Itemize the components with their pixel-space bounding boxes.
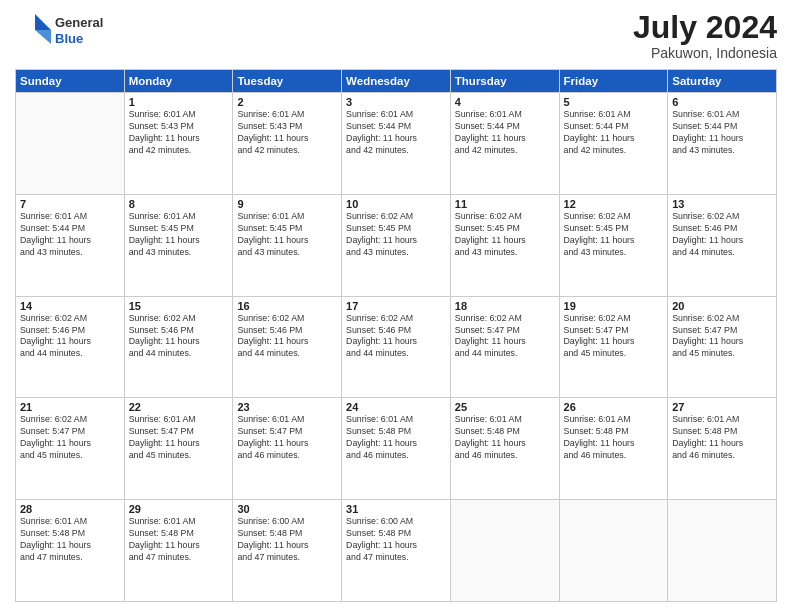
cell-info: Sunrise: 6:02 AMSunset: 5:46 PMDaylight:…	[129, 313, 229, 361]
calendar-cell: 23Sunrise: 6:01 AMSunset: 5:47 PMDayligh…	[233, 398, 342, 500]
month-year: July 2024	[633, 10, 777, 45]
day-number: 25	[455, 401, 555, 413]
calendar-week-row: 21Sunrise: 6:02 AMSunset: 5:47 PMDayligh…	[16, 398, 777, 500]
calendar-cell: 5Sunrise: 6:01 AMSunset: 5:44 PMDaylight…	[559, 93, 668, 195]
calendar-cell: 16Sunrise: 6:02 AMSunset: 5:46 PMDayligh…	[233, 296, 342, 398]
day-number: 5	[564, 96, 664, 108]
cell-info: Sunrise: 6:01 AMSunset: 5:47 PMDaylight:…	[237, 414, 337, 462]
calendar-cell	[668, 500, 777, 602]
calendar-cell: 9Sunrise: 6:01 AMSunset: 5:45 PMDaylight…	[233, 194, 342, 296]
day-number: 3	[346, 96, 446, 108]
cell-info: Sunrise: 6:02 AMSunset: 5:46 PMDaylight:…	[20, 313, 120, 361]
cell-info: Sunrise: 6:02 AMSunset: 5:46 PMDaylight:…	[237, 313, 337, 361]
day-number: 1	[129, 96, 229, 108]
calendar-cell: 1Sunrise: 6:01 AMSunset: 5:43 PMDaylight…	[124, 93, 233, 195]
day-number: 11	[455, 198, 555, 210]
calendar-cell: 21Sunrise: 6:02 AMSunset: 5:47 PMDayligh…	[16, 398, 125, 500]
day-number: 19	[564, 300, 664, 312]
calendar-cell: 6Sunrise: 6:01 AMSunset: 5:44 PMDaylight…	[668, 93, 777, 195]
col-sunday: Sunday	[16, 70, 125, 93]
cell-info: Sunrise: 6:01 AMSunset: 5:48 PMDaylight:…	[564, 414, 664, 462]
calendar-cell: 19Sunrise: 6:02 AMSunset: 5:47 PMDayligh…	[559, 296, 668, 398]
day-number: 14	[20, 300, 120, 312]
calendar-cell: 20Sunrise: 6:02 AMSunset: 5:47 PMDayligh…	[668, 296, 777, 398]
title-block: July 2024 Pakuwon, Indonesia	[633, 10, 777, 61]
calendar-cell: 11Sunrise: 6:02 AMSunset: 5:45 PMDayligh…	[450, 194, 559, 296]
cell-info: Sunrise: 6:01 AMSunset: 5:47 PMDaylight:…	[129, 414, 229, 462]
calendar-cell: 3Sunrise: 6:01 AMSunset: 5:44 PMDaylight…	[342, 93, 451, 195]
calendar-cell: 7Sunrise: 6:01 AMSunset: 5:44 PMDaylight…	[16, 194, 125, 296]
logo: General Blue	[15, 10, 103, 52]
day-number: 15	[129, 300, 229, 312]
day-number: 30	[237, 503, 337, 515]
calendar-cell: 27Sunrise: 6:01 AMSunset: 5:48 PMDayligh…	[668, 398, 777, 500]
cell-info: Sunrise: 6:01 AMSunset: 5:48 PMDaylight:…	[455, 414, 555, 462]
calendar-cell	[559, 500, 668, 602]
calendar-cell: 10Sunrise: 6:02 AMSunset: 5:45 PMDayligh…	[342, 194, 451, 296]
logo-icon	[15, 10, 53, 48]
calendar-cell: 15Sunrise: 6:02 AMSunset: 5:46 PMDayligh…	[124, 296, 233, 398]
header: General Blue July 2024 Pakuwon, Indonesi…	[15, 10, 777, 61]
cell-info: Sunrise: 6:01 AMSunset: 5:44 PMDaylight:…	[20, 211, 120, 259]
calendar-cell: 26Sunrise: 6:01 AMSunset: 5:48 PMDayligh…	[559, 398, 668, 500]
calendar-cell: 2Sunrise: 6:01 AMSunset: 5:43 PMDaylight…	[233, 93, 342, 195]
cell-info: Sunrise: 6:01 AMSunset: 5:48 PMDaylight:…	[20, 516, 120, 564]
cell-info: Sunrise: 6:02 AMSunset: 5:46 PMDaylight:…	[346, 313, 446, 361]
day-number: 12	[564, 198, 664, 210]
day-number: 24	[346, 401, 446, 413]
calendar-cell: 4Sunrise: 6:01 AMSunset: 5:44 PMDaylight…	[450, 93, 559, 195]
day-number: 4	[455, 96, 555, 108]
calendar-cell: 8Sunrise: 6:01 AMSunset: 5:45 PMDaylight…	[124, 194, 233, 296]
day-number: 17	[346, 300, 446, 312]
col-monday: Monday	[124, 70, 233, 93]
day-number: 27	[672, 401, 772, 413]
day-number: 29	[129, 503, 229, 515]
calendar-cell	[450, 500, 559, 602]
day-number: 13	[672, 198, 772, 210]
day-number: 7	[20, 198, 120, 210]
day-number: 22	[129, 401, 229, 413]
cell-info: Sunrise: 6:02 AMSunset: 5:46 PMDaylight:…	[672, 211, 772, 259]
col-tuesday: Tuesday	[233, 70, 342, 93]
day-number: 21	[20, 401, 120, 413]
col-saturday: Saturday	[668, 70, 777, 93]
calendar-cell: 30Sunrise: 6:00 AMSunset: 5:48 PMDayligh…	[233, 500, 342, 602]
cell-info: Sunrise: 6:01 AMSunset: 5:44 PMDaylight:…	[672, 109, 772, 157]
col-wednesday: Wednesday	[342, 70, 451, 93]
calendar-cell: 22Sunrise: 6:01 AMSunset: 5:47 PMDayligh…	[124, 398, 233, 500]
col-thursday: Thursday	[450, 70, 559, 93]
cell-info: Sunrise: 6:00 AMSunset: 5:48 PMDaylight:…	[237, 516, 337, 564]
calendar-cell: 17Sunrise: 6:02 AMSunset: 5:46 PMDayligh…	[342, 296, 451, 398]
day-number: 2	[237, 96, 337, 108]
col-friday: Friday	[559, 70, 668, 93]
cell-info: Sunrise: 6:01 AMSunset: 5:45 PMDaylight:…	[237, 211, 337, 259]
calendar-cell: 28Sunrise: 6:01 AMSunset: 5:48 PMDayligh…	[16, 500, 125, 602]
day-number: 23	[237, 401, 337, 413]
day-number: 20	[672, 300, 772, 312]
page: General Blue July 2024 Pakuwon, Indonesi…	[0, 0, 792, 612]
cell-info: Sunrise: 6:02 AMSunset: 5:47 PMDaylight:…	[672, 313, 772, 361]
cell-info: Sunrise: 6:00 AMSunset: 5:48 PMDaylight:…	[346, 516, 446, 564]
calendar-cell: 13Sunrise: 6:02 AMSunset: 5:46 PMDayligh…	[668, 194, 777, 296]
cell-info: Sunrise: 6:01 AMSunset: 5:43 PMDaylight:…	[237, 109, 337, 157]
day-number: 6	[672, 96, 772, 108]
day-number: 16	[237, 300, 337, 312]
cell-info: Sunrise: 6:01 AMSunset: 5:44 PMDaylight:…	[346, 109, 446, 157]
calendar-cell	[16, 93, 125, 195]
day-number: 18	[455, 300, 555, 312]
day-number: 31	[346, 503, 446, 515]
calendar-cell: 12Sunrise: 6:02 AMSunset: 5:45 PMDayligh…	[559, 194, 668, 296]
cell-info: Sunrise: 6:01 AMSunset: 5:48 PMDaylight:…	[129, 516, 229, 564]
day-number: 28	[20, 503, 120, 515]
cell-info: Sunrise: 6:02 AMSunset: 5:45 PMDaylight:…	[564, 211, 664, 259]
cell-info: Sunrise: 6:02 AMSunset: 5:47 PMDaylight:…	[564, 313, 664, 361]
cell-info: Sunrise: 6:02 AMSunset: 5:47 PMDaylight:…	[455, 313, 555, 361]
cell-info: Sunrise: 6:01 AMSunset: 5:48 PMDaylight:…	[672, 414, 772, 462]
cell-info: Sunrise: 6:01 AMSunset: 5:45 PMDaylight:…	[129, 211, 229, 259]
logo-text: General Blue	[55, 15, 103, 46]
cell-info: Sunrise: 6:02 AMSunset: 5:47 PMDaylight:…	[20, 414, 120, 462]
calendar-week-row: 1Sunrise: 6:01 AMSunset: 5:43 PMDaylight…	[16, 93, 777, 195]
calendar-cell: 25Sunrise: 6:01 AMSunset: 5:48 PMDayligh…	[450, 398, 559, 500]
day-number: 26	[564, 401, 664, 413]
location: Pakuwon, Indonesia	[633, 45, 777, 61]
